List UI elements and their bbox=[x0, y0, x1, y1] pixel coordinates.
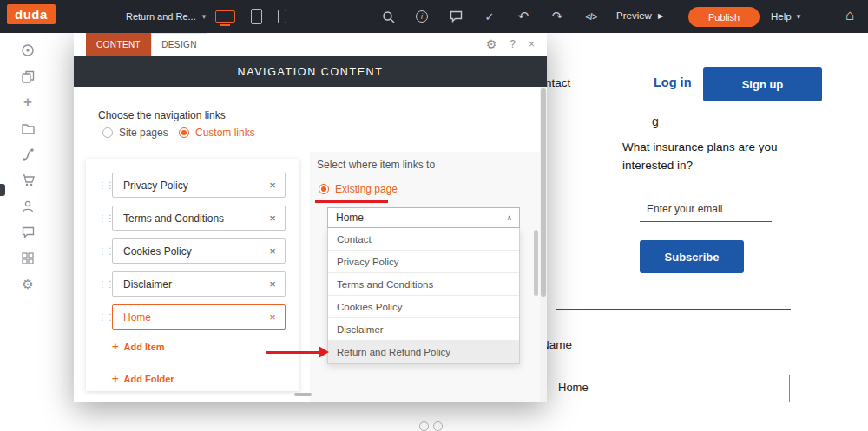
help-menu[interactable]: Help ▾ bbox=[771, 11, 800, 22]
home-icon[interactable]: ⌂ bbox=[845, 7, 854, 24]
store-icon[interactable] bbox=[19, 172, 36, 189]
annotation-red-arrow-head bbox=[319, 346, 329, 358]
nav-item-label: Home bbox=[113, 311, 260, 323]
duda-logo: duda bbox=[7, 4, 56, 24]
feedback-icon[interactable] bbox=[19, 42, 36, 59]
dropdown-option[interactable]: Terms and Conditions bbox=[328, 273, 519, 296]
tablet-view-icon[interactable] bbox=[251, 9, 262, 24]
redo-icon[interactable]: ↷ bbox=[548, 8, 567, 25]
dialog-scrollbar-thumb[interactable] bbox=[541, 88, 546, 297]
remove-item-icon[interactable]: × bbox=[260, 212, 285, 225]
sidebar-collapse-handle[interactable] bbox=[0, 184, 5, 196]
nav-link-item[interactable]: ⋮⋮ Cookies Policy × bbox=[112, 238, 286, 264]
page-select-value: Home bbox=[336, 212, 364, 224]
play-icon: ▶ bbox=[658, 12, 663, 20]
drag-handle-icon[interactable]: ⋮⋮ bbox=[98, 246, 114, 256]
remove-item-icon[interactable]: × bbox=[260, 245, 285, 258]
widget-help-icon[interactable]: ? bbox=[510, 38, 516, 50]
nav-link-contact-partial[interactable]: ntact bbox=[545, 76, 570, 89]
add-widget-icon[interactable]: + bbox=[19, 94, 36, 111]
dialog-resize-grip[interactable] bbox=[294, 393, 312, 396]
partial-text: g bbox=[652, 114, 659, 128]
apps-icon[interactable] bbox=[19, 250, 36, 267]
add-folder-button[interactable]: + Add Folder bbox=[112, 372, 299, 385]
caret-up-icon: ∧ bbox=[506, 213, 519, 222]
contacts-icon[interactable] bbox=[19, 198, 36, 215]
check-icon[interactable]: ✓ bbox=[480, 8, 499, 25]
radio-site-pages[interactable]: Site pages bbox=[102, 127, 168, 139]
widget-settings-icon[interactable]: ⚙ bbox=[486, 37, 497, 51]
comments-icon[interactable] bbox=[446, 8, 465, 25]
subscribe-button[interactable]: Subscribe bbox=[640, 240, 744, 273]
dialog-controls: ⚙ ? × bbox=[486, 33, 547, 56]
nav-link-item[interactable]: ⋮⋮ Privacy Policy × bbox=[112, 173, 286, 198]
folder-icon[interactable] bbox=[19, 120, 36, 137]
chevron-down-icon: ▾ bbox=[202, 12, 207, 21]
radio-custom-links-label: Custom links bbox=[195, 127, 255, 139]
nav-link-item[interactable]: ⋮⋮ Terms and Conditions × bbox=[112, 206, 286, 231]
settings-icon[interactable]: ⚙ bbox=[19, 276, 36, 293]
signup-button[interactable]: Sign up bbox=[703, 67, 822, 101]
page-select-options: Contact Privacy Policy Terms and Conditi… bbox=[327, 228, 520, 364]
publish-button[interactable]: Publish bbox=[688, 7, 760, 27]
add-folder-label: Add Folder bbox=[124, 374, 174, 384]
add-section-icon[interactable] bbox=[419, 421, 429, 431]
device-switcher bbox=[215, 6, 286, 27]
desktop-view-icon[interactable] bbox=[215, 10, 235, 23]
dropdown-option[interactable]: Contact bbox=[328, 228, 519, 251]
tab-content[interactable]: CONTENT bbox=[86, 33, 151, 56]
connected-data-icon[interactable] bbox=[19, 146, 36, 163]
radio-custom-links[interactable]: Custom links bbox=[179, 127, 255, 139]
plus-icon: + bbox=[112, 340, 119, 353]
dialog-scrollbar-track[interactable] bbox=[540, 87, 547, 402]
annotation-red-arrow bbox=[266, 351, 319, 354]
close-icon[interactable]: × bbox=[529, 38, 535, 50]
email-input[interactable] bbox=[640, 203, 772, 222]
duda-editor-screen: duda Return and Re... ▾ i ✓ ↶ ↷ </> Prev… bbox=[0, 0, 868, 431]
page-selector-dropdown[interactable]: Return and Re... ▾ bbox=[126, 11, 206, 22]
login-link[interactable]: Log in bbox=[654, 75, 692, 89]
radio-site-pages-label: Site pages bbox=[119, 127, 168, 139]
navigation-content-dialog: CONTENT DESIGN ⚙ ? × NAVIGATION CONTENT … bbox=[74, 33, 547, 402]
dialog-tabbar: CONTENT DESIGN ⚙ ? × bbox=[74, 33, 547, 56]
remove-item-icon[interactable]: × bbox=[260, 310, 285, 323]
menu-item-home[interactable]: Home bbox=[558, 381, 589, 394]
drag-handle-icon[interactable]: ⋮⋮ bbox=[98, 213, 114, 223]
add-section-icon[interactable] bbox=[433, 421, 443, 431]
dropdown-option[interactable]: Disclaimer bbox=[328, 318, 519, 341]
drag-handle-icon[interactable]: ⋮⋮ bbox=[98, 279, 114, 289]
custom-links-list: ⋮⋮ Privacy Policy × ⋮⋮ Terms and Conditi… bbox=[86, 159, 299, 391]
dropdown-scrollbar[interactable] bbox=[534, 230, 538, 296]
page-selector-label: Return and Re... bbox=[126, 11, 196, 22]
nav-link-item[interactable]: ⋮⋮ Disclaimer × bbox=[112, 271, 286, 297]
undo-icon[interactable]: ↶ bbox=[514, 8, 533, 25]
topbar-tools: i ✓ ↶ ↷ </> bbox=[378, 0, 601, 33]
drag-handle-icon[interactable]: ⋮⋮ bbox=[98, 312, 114, 322]
nav-item-label: Privacy Policy bbox=[113, 180, 260, 192]
add-item-label: Add Item bbox=[124, 342, 165, 352]
dropdown-option-highlighted[interactable]: Return and Refund Policy bbox=[328, 341, 519, 363]
page-select[interactable]: Home ∧ bbox=[327, 207, 520, 228]
dialog-title: NAVIGATION CONTENT bbox=[74, 56, 547, 87]
chevron-down-icon: ▾ bbox=[797, 12, 801, 21]
preview-button[interactable]: Preview ▶ bbox=[616, 10, 663, 21]
choose-links-label: Choose the navigation links bbox=[98, 109, 226, 121]
topbar: duda Return and Re... ▾ i ✓ ↶ ↷ </> Prev… bbox=[0, 0, 868, 33]
chat-icon[interactable] bbox=[19, 224, 36, 241]
mobile-view-icon[interactable] bbox=[278, 10, 286, 23]
remove-item-icon[interactable]: × bbox=[260, 179, 285, 192]
dropdown-option[interactable]: Cookies Policy bbox=[328, 296, 519, 318]
info-icon[interactable]: i bbox=[412, 8, 431, 25]
dev-mode-icon[interactable]: </> bbox=[582, 8, 601, 25]
radio-existing-page-label: Existing page bbox=[335, 183, 398, 195]
radio-existing-page[interactable]: Existing page bbox=[319, 183, 398, 195]
remove-item-icon[interactable]: × bbox=[260, 278, 285, 291]
pages-icon[interactable] bbox=[19, 68, 36, 85]
dropdown-option[interactable]: Privacy Policy bbox=[328, 251, 519, 273]
form-divider bbox=[556, 309, 791, 310]
radio-dot bbox=[179, 127, 189, 138]
nav-link-item-selected[interactable]: ⋮⋮ Home × bbox=[112, 304, 286, 330]
drag-handle-icon[interactable]: ⋮⋮ bbox=[98, 180, 114, 190]
search-icon[interactable] bbox=[378, 8, 398, 25]
tab-design[interactable]: DESIGN bbox=[151, 33, 207, 56]
